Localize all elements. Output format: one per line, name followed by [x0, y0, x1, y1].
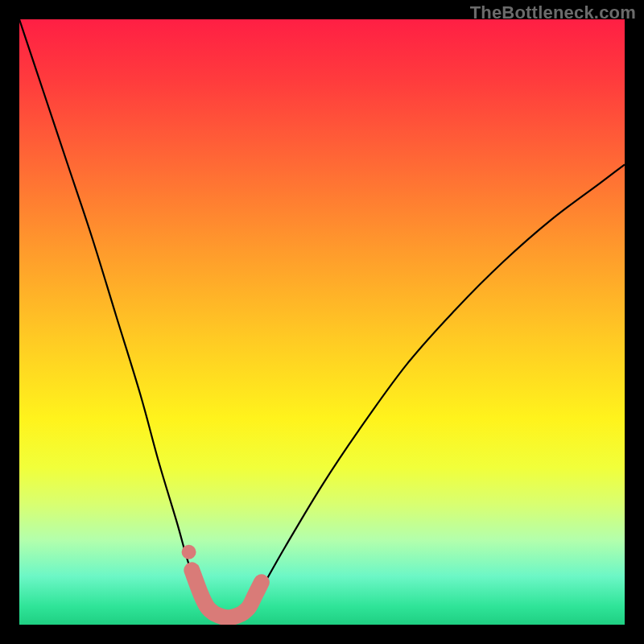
sweet-spot-dot — [182, 545, 196, 559]
watermark-text: TheBottleneck.com — [470, 2, 636, 23]
chart-svg — [19, 19, 625, 625]
sweet-spot-band — [192, 570, 261, 617]
bottleneck-curve — [19, 19, 625, 617]
plot-area — [19, 19, 625, 625]
